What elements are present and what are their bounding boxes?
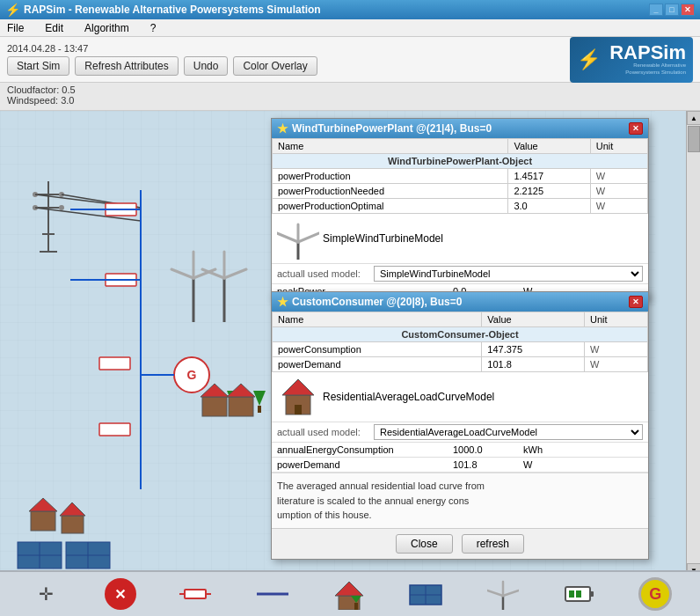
consumer-prop-name-0: powerConsumption (273, 342, 482, 357)
consumer-power-demand-row: powerDemand 101.8 W (272, 458, 648, 473)
maximize-btn[interactable]: □ (665, 4, 679, 16)
resistor-tool[interactable] (178, 576, 213, 612)
annual-energy-unit: kWh (523, 444, 543, 455)
svg-rect-49 (62, 516, 84, 533)
generator-tool[interactable]: G (638, 577, 672, 611)
wt-prop-value-2: 3.0 (508, 199, 590, 214)
consumer-demand-value: 101.8 (453, 459, 523, 470)
app-icon: ⚡ (5, 3, 20, 17)
svg-rect-75 (590, 591, 594, 597)
svg-text:✛: ✛ (38, 584, 53, 604)
right-scrollbar[interactable]: ▲ ▼ (686, 111, 700, 577)
svg-line-52 (277, 233, 298, 242)
svg-marker-64 (335, 582, 363, 596)
wire-icon (257, 581, 288, 607)
consumer-refresh-button[interactable]: refresh (462, 534, 524, 554)
title-bar-left: ⚡ RAPSim - Renewable Alternative Powersy… (5, 3, 321, 17)
wind-turbine-tool[interactable] (485, 576, 521, 612)
consumer-row-1: powerDemand 101.8 W (273, 357, 648, 372)
consumer-title-text: CustomConsumer @(20|8), Bus=0 (292, 296, 462, 308)
consumer-model-row: ResidentialAverageLoadCurveModel (272, 372, 648, 422)
consumer-prop-unit-1: W (584, 357, 647, 372)
move-tool[interactable]: ✛ (28, 576, 63, 612)
generator-icon: G (649, 585, 661, 604)
windspeed-status: Windspeed: 3.0 (7, 95, 693, 106)
col-name-header: Name (273, 139, 508, 154)
start-sim-button[interactable]: Start Sim (7, 56, 69, 76)
consumer-model-name: ResidentialAverageLoadCurveModel (323, 391, 494, 403)
house-tool[interactable] (332, 576, 367, 612)
wt-prop-value-0: 1.4517 (508, 169, 590, 184)
menu-edit[interactable]: Edit (41, 21, 67, 35)
svg-rect-76 (569, 590, 574, 598)
svg-text:G: G (187, 368, 197, 382)
svg-line-53 (298, 233, 319, 242)
svg-point-9 (59, 205, 64, 210)
logo-area: ⚡ RAPSim Renewable AlternativePowersyste… (570, 37, 700, 82)
svg-rect-47 (31, 511, 55, 531)
logo-text: RAPSim (609, 43, 686, 62)
consumer-close-button[interactable]: Close (396, 534, 453, 554)
scroll-thumb[interactable] (688, 126, 700, 152)
consumer-prop-name-1: powerDemand (273, 357, 482, 372)
logo-bolt-icon: ⚡ (577, 48, 601, 71)
svg-rect-77 (576, 590, 581, 598)
title-bar: ⚡ RAPSim - Renewable Alternative Powersy… (0, 0, 700, 19)
wire-tool[interactable] (255, 576, 290, 612)
battery-icon (564, 578, 595, 610)
battery-tool[interactable] (562, 576, 597, 612)
color-overlay-button[interactable]: Color Overlay (233, 56, 317, 76)
status-bar: Cloudfactor: 0.5 Windspeed: 3.0 (0, 83, 700, 111)
consumer-col-header: Name Value Unit (273, 312, 648, 327)
consumer-demand-unit: W (523, 459, 532, 470)
move-icon: ✛ (33, 581, 59, 607)
toolbar-buttons: Start Sim Refresh Attributes Undo Color … (7, 56, 563, 76)
house-icon (333, 578, 365, 610)
consumer-close-btn[interactable]: ✕ (629, 296, 643, 308)
consumer-description-text: The averaged annual residential load cur… (277, 480, 485, 520)
consumer-prop-value-0: 147.375 (482, 342, 585, 357)
menu-help[interactable]: ? (147, 21, 160, 35)
delete-tool[interactable]: ✕ (105, 578, 136, 610)
cloudfactor-status: Cloudfactor: 0.5 (7, 84, 693, 95)
svg-rect-16 (99, 423, 130, 436)
wind-turbine-dialog: ★ WindTurbinePowerPlant @(21|4), Bus=0 ✕… (271, 118, 649, 300)
consumer-actual-model-label: actuall used model: (277, 427, 374, 437)
consumer-prop-value-1: 101.8 (482, 357, 585, 372)
wind-turbine-section-header: WindTurbinePowerPlant-Object (273, 154, 648, 169)
wt-prop-unit-1: W (590, 184, 647, 199)
wind-turbine-model-select[interactable]: SimpleWindTurbineModel (374, 266, 643, 282)
refresh-attributes-button[interactable]: Refresh Attributes (75, 56, 178, 76)
svg-rect-66 (354, 603, 358, 610)
delete-icon: ✕ (114, 586, 126, 603)
svg-rect-40 (258, 406, 261, 413)
wind-turbine-model-row: SimpleWindTurbineModel (272, 214, 648, 264)
menu-file[interactable]: File (4, 21, 27, 35)
consumer-prop-unit-0: W (584, 342, 647, 357)
consumer-row-0: powerConsumption 147.375 W (273, 342, 648, 357)
consumer-section-label: CustomConsumer-Object (273, 327, 648, 342)
consumer-description: The averaged annual residential load cur… (272, 473, 648, 528)
title-bar-controls: _ □ ✕ (649, 4, 695, 16)
wind-turbine-close-btn[interactable]: ✕ (629, 122, 643, 135)
svg-line-72 (503, 590, 519, 596)
col-unit-header: Unit (590, 139, 647, 154)
solar-tool[interactable] (408, 576, 443, 612)
close-btn[interactable]: ✕ (681, 4, 695, 16)
col-value-header: Value (508, 139, 590, 154)
logo-box: ⚡ RAPSim Renewable AlternativePowersyste… (570, 37, 693, 83)
consumer-section-header: CustomConsumer-Object (273, 327, 648, 342)
timestamp: 2014.04.28 - 13:47 (7, 43, 563, 54)
minimize-btn[interactable]: _ (649, 4, 663, 16)
menu-algorithm[interactable]: Algorithm (81, 21, 133, 35)
wind-turbine-row-2: powerProductionOptimal 3.0 W (273, 199, 648, 214)
scroll-up-btn[interactable]: ▲ (687, 111, 700, 125)
wt-prop-name-2: powerProductionOptimal (273, 199, 508, 214)
svg-marker-56 (282, 379, 314, 395)
consumer-model-select[interactable]: ResidentialAverageLoadCurveModel (374, 424, 643, 440)
consumer-model-icon (277, 376, 319, 418)
undo-button[interactable]: Undo (184, 56, 229, 76)
wind-turbine-col-header: Name Value Unit (273, 139, 648, 154)
wind-turbine-actual-model-row: actuall used model: SimpleWindTurbineMod… (272, 264, 648, 284)
custom-consumer-dialog: ★ CustomConsumer @(20|8), Bus=0 ✕ Name V… (271, 291, 649, 560)
